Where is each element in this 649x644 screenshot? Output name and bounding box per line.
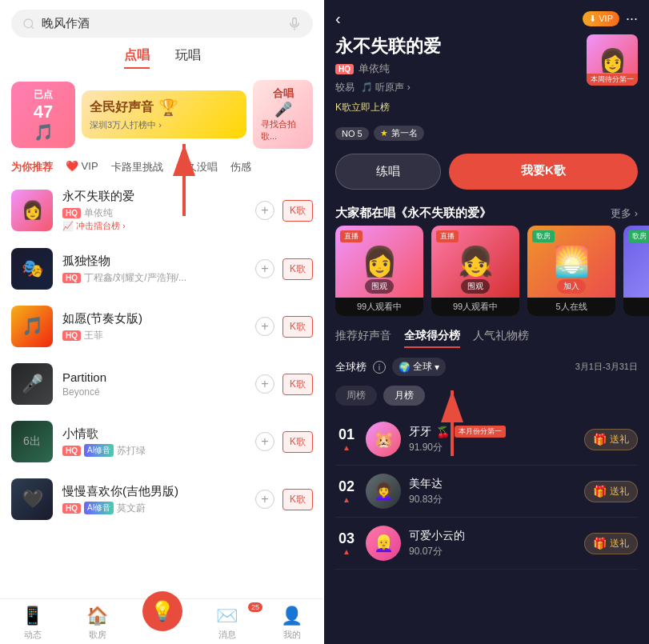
svg-rect-2 [293, 18, 297, 25]
rank-num-1: 01 ▲ [335, 426, 358, 452]
svg-point-0 [24, 19, 33, 28]
practice-button[interactable]: 练唱 [335, 154, 441, 190]
view-btn-2[interactable]: 围观 [461, 279, 490, 294]
banner-already-queued[interactable]: 已点 47 🎵 [11, 82, 75, 148]
filter-recommend[interactable]: 为你推荐 [11, 160, 53, 174]
gift-icon-3: 🎁 [593, 537, 607, 550]
sub-tab-chart[interactable]: 全球得分榜 [404, 329, 460, 348]
singing-card-3[interactable]: 🌅 歌房 加入 5人在线 [527, 226, 615, 316]
sub-tab-recommend[interactable]: 推荐好声音 [335, 329, 391, 348]
song-title-1: 永不失联的爱 [62, 189, 246, 204]
add-btn-6[interactable]: + [255, 490, 274, 509]
nav-item-center[interactable]: 💡 [130, 606, 194, 641]
nav-item-message[interactable]: ✉️ 25 消息 [194, 606, 259, 641]
list-item: 6出 小情歌 HQ AI修音 苏打绿 + K歌 [0, 413, 324, 470]
live-badge-1: 直播 [340, 230, 363, 242]
chart-item-3: 03 ▲ 👱‍♀️ 可爱小云的 90.07分 🎁 送礼 [335, 518, 638, 570]
room-icon: 🏠 [86, 606, 108, 626]
song-thumb-3: 🎵 [11, 306, 53, 347]
tab-wanchang[interactable]: 玩唱 [175, 47, 201, 69]
filter-longtime[interactable]: 好久没唱 [176, 160, 218, 174]
filter-vip[interactable]: ❤️ VIP [66, 160, 98, 174]
k-main-button[interactable]: 我要K歌 [449, 154, 638, 190]
singing-list: 👩 直播 围观 99人观看中 👧 直播 围观 99人观看中 🌅 歌房 加入 5人… [324, 226, 649, 324]
date-range: 3月1日-3月31日 [575, 361, 638, 373]
k-btn-3[interactable]: K歌 [282, 316, 313, 338]
chart-avatar-3[interactable]: 👱‍♀️ [366, 526, 401, 561]
chart-name-1: 牙牙 [409, 425, 431, 439]
gift-btn-2[interactable]: 🎁 送礼 [584, 481, 638, 502]
k-btn-5[interactable]: K歌 [282, 431, 313, 453]
search-input[interactable]: 晚风作酒 [42, 16, 287, 31]
tab-dianchang[interactable]: 点唱 [124, 47, 150, 69]
hero-title: 永不失联的爱 [335, 34, 579, 58]
search-icon [22, 18, 35, 30]
add-btn-4[interactable]: + [255, 374, 274, 394]
add-btn-3[interactable]: + [255, 317, 274, 336]
center-button[interactable]: 💡 [142, 591, 182, 631]
banner-row: 已点 47 🎵 全民好声音 🏆 深圳3万人打榜中 › 合唱 🎤 寻找合拍歌... [0, 75, 324, 154]
song-info-5: 小情歌 HQ AI修音 苏打绿 [62, 426, 246, 458]
gift-btn-3[interactable]: 🎁 送礼 [584, 533, 638, 554]
chart-avatar-1[interactable]: 🐹 [366, 422, 401, 457]
banner-contest[interactable]: 全民好声音 🏆 深圳3万人打榜中 › [82, 90, 246, 138]
k-btn-1[interactable]: K歌 [282, 200, 313, 222]
globe-button[interactable]: 🌍 全球 ▾ [392, 358, 446, 376]
song-artist-6: 莫文蔚 [117, 502, 146, 515]
mic-icon[interactable] [287, 17, 302, 31]
hq-badge-6: HQ [62, 503, 81, 514]
section-header: 大家都在唱《永不失联的爱》 更多 › [324, 199, 649, 226]
chart-avatar-2[interactable]: 👩‍🦱 [366, 474, 401, 509]
singing-card-1[interactable]: 👩 直播 围观 99人观看中 [335, 226, 423, 316]
filter-month[interactable]: 月榜 [383, 386, 425, 406]
filter-calorie[interactable]: 卡路里挑战 [111, 160, 163, 174]
k-btn-6[interactable]: K歌 [282, 489, 313, 510]
nav-item-feed[interactable]: 📱 动态 [0, 606, 65, 641]
back-button[interactable]: ‹ [335, 10, 341, 28]
avatar-badge: 本周待分第一 [587, 74, 638, 86]
singing-card-2[interactable]: 👧 直播 围观 99人观看中 [431, 226, 519, 316]
song-thumb-1: 👩 [11, 190, 53, 231]
sub-tabs: 推荐好声音 全球得分榜 人气礼物榜 [324, 324, 649, 353]
list-item: 🎤 Partition Beyoncé + K歌 [0, 355, 324, 413]
nav-item-profile[interactable]: 👤 我的 [259, 606, 324, 641]
filter-week[interactable]: 周榜 [335, 386, 377, 406]
ai-badge-6: AI修音 [84, 502, 114, 514]
song-hero: 永不失联的爱 HQ 单依纯 较易 🎵 听原声 › K歌立即上榜 👩 本周待分第一 [324, 34, 649, 122]
song-rank-1: 📈 冲击擂台榜 › [62, 220, 246, 232]
hq-badge-2: HQ [62, 273, 81, 283]
add-btn-5[interactable]: + [255, 432, 274, 451]
song-title-4: Partition [62, 370, 246, 384]
more-link[interactable]: 更多 › [611, 206, 638, 221]
song-title-6: 慢慢喜欢你(吉他男版) [62, 484, 246, 499]
feed-icon: 📱 [22, 606, 43, 626]
banner-duet[interactable]: 合唱 🎤 寻找合拍歌... [253, 80, 313, 149]
chart-item-2: 02 ▲ 👩‍🦱 美年达 90.83分 🎁 送礼 [335, 466, 638, 518]
song-info-2: 孤独怪物 HQ 丁程鑫/刘耀文/严浩翔/... [62, 254, 246, 285]
add-btn-1[interactable]: + [255, 201, 274, 220]
k-btn-4[interactable]: K歌 [282, 374, 313, 395]
add-btn-2[interactable]: + [255, 259, 274, 278]
gift-btn-1[interactable]: 🎁 送礼 [584, 429, 638, 450]
song-title-2: 孤独怪物 [62, 254, 246, 269]
info-icon[interactable]: i [373, 361, 386, 374]
song-thumb-2: 🎭 [11, 248, 53, 290]
view-btn-1[interactable]: 围观 [365, 279, 394, 294]
join-btn-3[interactable]: 加入 [557, 279, 586, 294]
rank-gold-text: 第一名 [391, 127, 418, 139]
sub-tab-gift[interactable]: 人气礼物榜 [473, 329, 529, 348]
rank-num-2: 02 ▲ [335, 478, 358, 504]
rank-row: NO 5 ★ 第一名 [324, 122, 649, 147]
singing-card-4[interactable]: 🎵 歌房 加入 瓜 [623, 226, 649, 316]
gift-text-2: 送礼 [610, 485, 629, 498]
k-btn-2[interactable]: K歌 [282, 258, 313, 280]
search-bar[interactable]: 晚风作酒 [11, 10, 313, 38]
filter-sad[interactable]: 伤感 [230, 160, 251, 174]
vip-button[interactable]: ⬇ VIP [583, 11, 619, 26]
nav-item-room[interactable]: 🏠 歌房 [65, 606, 130, 641]
song-artist-3: 王菲 [84, 329, 103, 342]
rp-header: ‹ ⬇ VIP ··· [324, 0, 649, 34]
filter-row: 为你推荐 ❤️ VIP 卡路里挑战 好久没唱 伤感 [0, 154, 324, 181]
more-button[interactable]: ··· [626, 10, 638, 27]
chart-info-3: 可爱小云的 90.07分 [409, 529, 576, 558]
